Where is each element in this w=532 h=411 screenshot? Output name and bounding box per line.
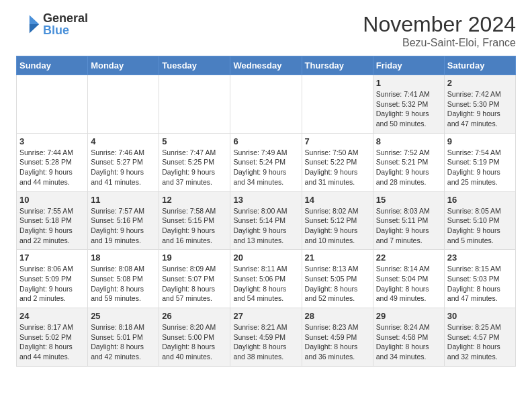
day-number: 15 — [376, 195, 441, 205]
day-info: Sunrise: 8:14 AM Sunset: 5:04 PM Dayligh… — [376, 264, 441, 304]
calendar-cell: 24Sunrise: 8:17 AM Sunset: 5:02 PM Dayli… — [17, 308, 88, 367]
day-info: Sunrise: 8:17 AM Sunset: 5:02 PM Dayligh… — [19, 322, 85, 362]
calendar-cell: 13Sunrise: 8:00 AM Sunset: 5:14 PM Dayli… — [230, 191, 302, 250]
calendar-week-3: 10Sunrise: 7:55 AM Sunset: 5:18 PM Dayli… — [17, 191, 516, 250]
day-number: 20 — [233, 253, 298, 263]
calendar-cell: 17Sunrise: 8:06 AM Sunset: 5:09 PM Dayli… — [17, 250, 88, 308]
day-number: 16 — [447, 195, 513, 205]
day-number: 29 — [376, 311, 441, 321]
day-info: Sunrise: 8:23 AM Sunset: 4:59 PM Dayligh… — [305, 322, 370, 362]
calendar-cell: 23Sunrise: 8:15 AM Sunset: 5:03 PM Dayli… — [444, 250, 515, 308]
day-info: Sunrise: 8:00 AM Sunset: 5:14 PM Dayligh… — [233, 206, 298, 246]
day-info: Sunrise: 8:06 AM Sunset: 5:09 PM Dayligh… — [19, 264, 85, 304]
calendar-cell: 16Sunrise: 8:05 AM Sunset: 5:10 PM Dayli… — [444, 191, 515, 250]
day-number: 22 — [376, 253, 441, 263]
calendar-cell: 28Sunrise: 8:23 AM Sunset: 4:59 PM Dayli… — [302, 308, 373, 367]
day-info: Sunrise: 7:41 AM Sunset: 5:32 PM Dayligh… — [376, 89, 441, 129]
calendar-cell: 19Sunrise: 8:09 AM Sunset: 5:07 PM Dayli… — [159, 250, 230, 308]
header-saturday: Saturday — [444, 56, 515, 75]
calendar-cell: 27Sunrise: 8:21 AM Sunset: 4:59 PM Dayli… — [230, 308, 302, 367]
day-number: 9 — [447, 136, 513, 146]
calendar-cell: 21Sunrise: 8:13 AM Sunset: 5:05 PM Dayli… — [302, 250, 373, 308]
day-info: Sunrise: 7:58 AM Sunset: 5:15 PM Dayligh… — [162, 206, 227, 246]
calendar-week-4: 17Sunrise: 8:06 AM Sunset: 5:09 PM Dayli… — [17, 250, 516, 308]
calendar-cell — [302, 75, 373, 134]
header-tuesday: Tuesday — [159, 56, 230, 75]
calendar-cell: 9Sunrise: 7:54 AM Sunset: 5:19 PM Daylig… — [444, 133, 515, 191]
calendar-cell — [230, 75, 302, 134]
day-number: 28 — [305, 311, 370, 321]
calendar-cell: 20Sunrise: 8:11 AM Sunset: 5:06 PM Dayli… — [230, 250, 302, 308]
day-info: Sunrise: 7:44 AM Sunset: 5:28 PM Dayligh… — [19, 148, 85, 187]
day-info: Sunrise: 8:13 AM Sunset: 5:05 PM Dayligh… — [305, 264, 370, 304]
calendar-cell: 3Sunrise: 7:44 AM Sunset: 5:28 PM Daylig… — [17, 133, 88, 191]
calendar-table: Sunday Monday Tuesday Wednesday Thursday… — [16, 56, 516, 367]
location-subtitle: Bezu-Saint-Eloi, France — [363, 37, 516, 49]
header-monday: Monday — [88, 56, 159, 75]
calendar-cell: 18Sunrise: 8:08 AM Sunset: 5:08 PM Dayli… — [88, 250, 159, 308]
day-number: 30 — [447, 311, 513, 321]
svg-marker-1 — [30, 24, 39, 34]
calendar-cell: 15Sunrise: 8:03 AM Sunset: 5:11 PM Dayli… — [373, 191, 444, 250]
day-info: Sunrise: 7:55 AM Sunset: 5:18 PM Dayligh… — [19, 206, 85, 246]
day-info: Sunrise: 8:03 AM Sunset: 5:11 PM Dayligh… — [376, 206, 441, 246]
calendar-cell: 25Sunrise: 8:18 AM Sunset: 5:01 PM Dayli… — [88, 308, 159, 367]
calendar-cell — [17, 75, 88, 134]
calendar-cell: 26Sunrise: 8:20 AM Sunset: 5:00 PM Dayli… — [159, 308, 230, 367]
day-number: 26 — [162, 311, 227, 321]
day-info: Sunrise: 8:11 AM Sunset: 5:06 PM Dayligh… — [233, 264, 298, 304]
logo: General Blue — [16, 12, 88, 36]
calendar-cell: 1Sunrise: 7:41 AM Sunset: 5:32 PM Daylig… — [373, 75, 444, 134]
day-number: 19 — [162, 253, 227, 263]
day-number: 13 — [233, 195, 298, 205]
day-info: Sunrise: 7:57 AM Sunset: 5:16 PM Dayligh… — [91, 206, 156, 246]
calendar-cell: 7Sunrise: 7:50 AM Sunset: 5:22 PM Daylig… — [302, 133, 373, 191]
day-info: Sunrise: 7:50 AM Sunset: 5:22 PM Dayligh… — [305, 148, 370, 187]
calendar-cell: 6Sunrise: 7:49 AM Sunset: 5:24 PM Daylig… — [230, 133, 302, 191]
day-info: Sunrise: 7:47 AM Sunset: 5:25 PM Dayligh… — [162, 148, 227, 187]
calendar-cell: 29Sunrise: 8:24 AM Sunset: 4:58 PM Dayli… — [373, 308, 444, 367]
day-number: 3 — [19, 136, 85, 146]
calendar-cell: 22Sunrise: 8:14 AM Sunset: 5:04 PM Dayli… — [373, 250, 444, 308]
day-number: 18 — [91, 253, 156, 263]
header-row: Sunday Monday Tuesday Wednesday Thursday… — [17, 56, 516, 75]
day-info: Sunrise: 8:24 AM Sunset: 4:58 PM Dayligh… — [376, 322, 441, 362]
day-number: 14 — [305, 195, 370, 205]
day-info: Sunrise: 8:08 AM Sunset: 5:08 PM Dayligh… — [91, 264, 156, 304]
logo-general: General — [43, 12, 88, 24]
day-number: 11 — [91, 195, 156, 205]
calendar-cell: 14Sunrise: 8:02 AM Sunset: 5:12 PM Dayli… — [302, 191, 373, 250]
page-header: General Blue November 2024 Bezu-Saint-El… — [0, 0, 532, 56]
calendar-cell — [88, 75, 159, 134]
calendar-cell: 30Sunrise: 8:25 AM Sunset: 4:57 PM Dayli… — [444, 308, 515, 367]
day-info: Sunrise: 8:25 AM Sunset: 4:57 PM Dayligh… — [447, 322, 513, 362]
day-number: 17 — [19, 253, 85, 263]
logo-blue: Blue — [43, 24, 88, 36]
day-number: 7 — [305, 136, 370, 146]
day-number: 12 — [162, 195, 227, 205]
calendar-cell: 4Sunrise: 7:46 AM Sunset: 5:27 PM Daylig… — [88, 133, 159, 191]
day-number: 21 — [305, 253, 370, 263]
day-info: Sunrise: 8:21 AM Sunset: 4:59 PM Dayligh… — [233, 322, 298, 362]
calendar-week-5: 24Sunrise: 8:17 AM Sunset: 5:02 PM Dayli… — [17, 308, 516, 367]
day-number: 2 — [447, 78, 513, 88]
day-number: 4 — [91, 136, 156, 146]
logo-icon — [16, 12, 40, 36]
header-friday: Friday — [373, 56, 444, 75]
day-info: Sunrise: 7:42 AM Sunset: 5:30 PM Dayligh… — [447, 89, 513, 129]
calendar-week-2: 3Sunrise: 7:44 AM Sunset: 5:28 PM Daylig… — [17, 133, 516, 191]
day-info: Sunrise: 8:09 AM Sunset: 5:07 PM Dayligh… — [162, 264, 227, 304]
day-number: 1 — [376, 78, 441, 88]
day-info: Sunrise: 7:49 AM Sunset: 5:24 PM Dayligh… — [233, 148, 298, 187]
header-sunday: Sunday — [17, 56, 88, 75]
calendar-body: 1Sunrise: 7:41 AM Sunset: 5:32 PM Daylig… — [17, 75, 516, 367]
day-number: 27 — [233, 311, 298, 321]
header-wednesday: Wednesday — [230, 56, 302, 75]
day-info: Sunrise: 8:20 AM Sunset: 5:00 PM Dayligh… — [162, 322, 227, 362]
day-number: 25 — [91, 311, 156, 321]
calendar-week-1: 1Sunrise: 7:41 AM Sunset: 5:32 PM Daylig… — [17, 75, 516, 134]
title-section: November 2024 Bezu-Saint-Eloi, France — [363, 12, 516, 49]
header-thursday: Thursday — [302, 56, 373, 75]
day-number: 8 — [376, 136, 441, 146]
calendar-header: Sunday Monday Tuesday Wednesday Thursday… — [17, 56, 516, 75]
